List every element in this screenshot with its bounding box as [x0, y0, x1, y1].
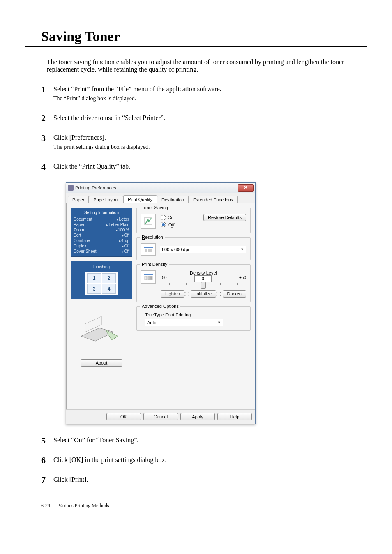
help-button[interactable]: Help [217, 413, 252, 420]
step-text: Select “On” for “Toner Saving”. [53, 436, 367, 444]
dots-icon: • • • • [216, 290, 222, 298]
ok-button[interactable]: OK [106, 413, 141, 420]
info-key: Document [74, 217, 92, 222]
step-number: 5 [41, 435, 46, 446]
apply-button[interactable]: Apply [180, 413, 215, 420]
step-text: Click [OK] in the print settings dialog … [53, 456, 367, 464]
finishing-cell: 1 [87, 273, 101, 283]
density-slider[interactable] [161, 283, 246, 289]
step-text: Click [Print]. [53, 476, 367, 483]
tab-print-quality[interactable]: Print Quality [123, 195, 157, 203]
dialog-title: Printing Preferences [75, 185, 116, 190]
off-suffix: ff [172, 222, 175, 227]
density-max: +50 [239, 275, 246, 282]
density-min: -50 [161, 275, 166, 282]
svg-rect-5 [145, 249, 147, 252]
toner-icon [141, 214, 156, 229]
step-text: Select the driver to use in “Select Prin… [53, 114, 367, 122]
toner-saving-on-radio[interactable]: On [161, 215, 175, 220]
printing-preferences-dialog: Printing Preferences ✕ Paper Page Layout… [66, 182, 256, 424]
density-icon [141, 270, 156, 284]
step-subtext: The “Print” dialog box is displayed. [53, 95, 367, 102]
density-level-label: Density Level [161, 270, 246, 275]
finishing-label: Finishing [74, 265, 129, 269]
info-value: 4-up [119, 238, 129, 243]
lighten-button[interactable]: Lighten [161, 290, 184, 298]
info-key: Zoom [74, 228, 84, 232]
titlebar: Printing Preferences ✕ [66, 183, 255, 193]
info-key: Cover Sheet [74, 249, 97, 254]
output-preview [71, 303, 132, 353]
info-value: Letter Plain [106, 222, 129, 227]
intro-text: The toner saving function enables you to… [47, 58, 367, 73]
step-text: Click [Preferences]. [53, 134, 367, 141]
page-title: Saving Toner [25, 29, 367, 44]
toner-saving-off-radio[interactable]: Off [161, 222, 175, 228]
step-subtext: The print settings dialog box is display… [53, 144, 367, 150]
printer-icon [68, 185, 74, 191]
info-key: Combine [74, 238, 90, 243]
truetype-value: Auto [147, 320, 157, 325]
toner-saving-legend: Toner Saving [140, 205, 170, 210]
step-number: 7 [41, 475, 46, 485]
finishing-cell: 2 [102, 273, 116, 283]
tab-page-layout[interactable]: Page Layout [89, 196, 123, 203]
title-rule [25, 46, 367, 48]
step-number: 4 [41, 162, 46, 172]
info-value: Off [122, 244, 129, 248]
advanced-options-legend: Advanced Options [140, 304, 180, 309]
info-key: Duplex [74, 244, 86, 248]
resolution-icon [141, 243, 156, 256]
about-button[interactable]: About [81, 359, 122, 367]
running-header: Various Printing Methods [58, 503, 109, 509]
tabstrip: Paper Page Layout Print Quality Destinat… [66, 193, 255, 203]
advanced-options-group: Advanced Options TrueType Font Printing … [136, 306, 251, 331]
info-key: Sort [74, 233, 81, 238]
resolution-legend: Resolution [140, 235, 165, 240]
step-text: Click the “Print Quality” tab. [53, 163, 367, 170]
step-number: 3 [41, 133, 46, 143]
dots-icon: • • • • [184, 290, 191, 298]
setting-information-box: Setting Information DocumentLetter Paper… [71, 208, 132, 257]
print-density-legend: Print Density [140, 262, 169, 267]
toner-saving-group: Toner Saving Restore Defaults On [136, 208, 251, 233]
cancel-button[interactable]: Cancel [143, 413, 178, 420]
svg-rect-10 [148, 276, 150, 280]
svg-rect-9 [145, 276, 147, 280]
dialog-footer: OK Cancel Apply Help [66, 409, 255, 424]
restore-defaults-button[interactable]: Restore Defaults [203, 214, 246, 221]
density-value: 0 [194, 275, 212, 282]
finishing-cell: 4 [102, 284, 116, 294]
info-value: Off [122, 233, 129, 238]
initialize-button[interactable]: Initialize [191, 290, 216, 298]
svg-rect-6 [148, 249, 150, 252]
finishing-cell: 3 [87, 284, 101, 294]
step-text: Select “Print” from the “File” menu of t… [53, 85, 367, 93]
info-key: Paper [74, 222, 85, 227]
step-number: 6 [41, 455, 46, 466]
print-density-group: Print Density Density Level -50 0 +50 [136, 264, 251, 302]
svg-rect-7 [150, 249, 152, 252]
page-footer: 6-24 Various Printing Methods [41, 500, 367, 509]
finishing-box: Finishing 1 2 3 4 [71, 261, 132, 299]
tab-paper[interactable]: Paper [68, 196, 89, 203]
info-value: 100 % [116, 228, 129, 232]
page-number: 6-24 [41, 503, 50, 509]
tab-destination[interactable]: Destination [157, 196, 189, 203]
info-value: Letter [117, 217, 129, 222]
truetype-label: TrueType Font Printing [145, 312, 246, 317]
resolution-value: 600 x 600 dpi [162, 247, 189, 252]
info-value: Off [122, 249, 129, 254]
close-button[interactable]: ✕ [238, 184, 254, 192]
step-number: 1 [41, 84, 46, 95]
chevron-down-icon: ▼ [217, 321, 221, 325]
svg-rect-11 [150, 276, 152, 280]
chevron-down-icon: ▼ [240, 247, 244, 252]
step-number: 2 [41, 113, 46, 124]
resolution-dropdown[interactable]: 600 x 600 dpi ▼ [160, 246, 246, 253]
darken-button[interactable]: Darken [223, 290, 246, 298]
tab-extended-functions[interactable]: Extended Functions [189, 196, 238, 203]
setting-information-header: Setting Information [74, 210, 129, 215]
resolution-group: Resolution 600 x 600 dpi ▼ [136, 237, 251, 260]
truetype-dropdown[interactable]: Auto ▼ [145, 319, 223, 326]
